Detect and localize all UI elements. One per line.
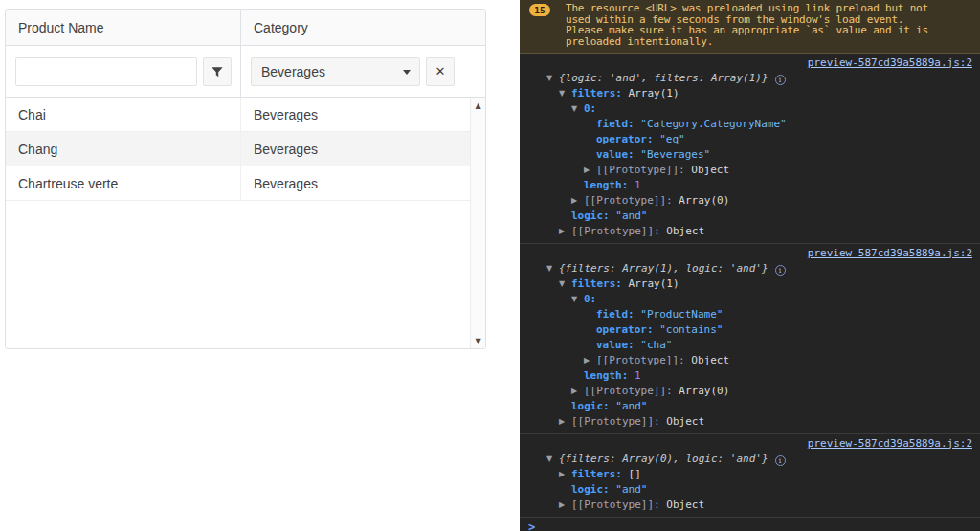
source-line: preview-587cd39a5889a.js:2: [546, 55, 972, 70]
product-cell: Chang: [6, 132, 241, 166]
disclosure-arrow-icon[interactable]: ▼: [559, 277, 571, 292]
disclosure-arrow-icon[interactable]: ▶: [559, 414, 571, 430]
grid-body: ChaiBeveragesChangBeveragesChartreuse ve…: [6, 98, 485, 348]
disclosure-arrow-icon[interactable]: ▶: [571, 384, 584, 399]
filter-funnel-icon: [211, 65, 224, 78]
tree-row: ▶[[Prototype]]: Object: [546, 224, 972, 239]
disclosure-arrow-icon[interactable]: ▼: [546, 261, 559, 277]
tree-row: ▼filters: Array(1): [546, 277, 972, 292]
table-row[interactable]: ChaiBeverages: [6, 98, 470, 132]
chevron-down-icon: [403, 70, 411, 75]
property-key: filters:: [571, 468, 629, 480]
source-line: preview-587cd39a5889a.js:2: [546, 436, 972, 451]
disclosure-arrow-icon[interactable]: ▶: [559, 498, 571, 513]
info-icon[interactable]: i: [775, 265, 786, 276]
property-value: "Category.CategoryName": [640, 118, 786, 130]
product-filter-input[interactable]: [15, 57, 197, 86]
tree-row: operator: "contains": [546, 322, 972, 338]
disclosure-arrow-icon[interactable]: ▶: [584, 353, 596, 368]
prompt-chevron-icon: >: [528, 521, 535, 531]
property-key: length:: [584, 369, 635, 382]
grid-rows: ChaiBeveragesChangBeveragesChartreuse ve…: [6, 98, 470, 201]
product-cell: Chai: [6, 98, 241, 131]
console-prompt: >: [520, 518, 980, 531]
property-key: filters:: [571, 87, 629, 100]
property-value: Array(0): [679, 194, 729, 207]
property-value: "cha": [640, 339, 672, 351]
object-preview-row: ▼{filters: Array(0), logic: 'and'}i: [546, 452, 972, 467]
console-input[interactable]: [543, 521, 971, 531]
disclosure-arrow-icon[interactable]: ▼: [559, 86, 571, 101]
tree-row: ▼0:: [546, 101, 972, 117]
property-value: Object: [691, 354, 729, 366]
product-filter-menu-button[interactable]: [203, 57, 232, 86]
property-key: [[Prototype]]:: [584, 385, 679, 397]
property-value: "and": [615, 483, 647, 496]
property-key: field:: [596, 118, 640, 130]
disclosure-arrow-icon[interactable]: ▼: [546, 452, 559, 467]
disclosure-arrow-icon[interactable]: ▼: [546, 71, 559, 86]
source-link[interactable]: preview-587cd39a5889a.js:2: [808, 247, 972, 259]
console-entries: preview-587cd39a5889a.js:2▼{logic: 'and'…: [520, 54, 980, 518]
disclosure-arrow-icon[interactable]: ▶: [559, 224, 571, 239]
property-key: filters:: [571, 277, 629, 290]
tree-row: ▶[[Prototype]]: Object: [546, 498, 972, 513]
vertical-scrollbar[interactable]: ▲ ▼: [470, 98, 485, 348]
property-key: field:: [596, 308, 640, 321]
property-key: [[Prototype]]:: [584, 194, 679, 207]
disclosure-arrow-icon[interactable]: ▶: [571, 193, 584, 209]
property-value: "Beverages": [640, 148, 710, 161]
source-line: preview-587cd39a5889a.js:2: [546, 246, 972, 260]
column-header-product-name[interactable]: Product Name: [6, 10, 241, 45]
source-link[interactable]: preview-587cd39a5889a.js:2: [808, 437, 972, 450]
property-value: Object: [666, 498, 704, 511]
table-row[interactable]: ChangBeverages: [6, 132, 470, 166]
disclosure-arrow-icon[interactable]: ▼: [571, 101, 584, 117]
tree-row: operator: "eq": [546, 132, 972, 147]
info-icon[interactable]: i: [775, 455, 786, 466]
tree-row: logic: "and": [546, 209, 972, 224]
products-grid: Product Name Category Beverages: [5, 9, 486, 349]
scroll-up-button[interactable]: ▲: [471, 98, 485, 113]
product-filter-cell: [6, 46, 241, 97]
tree-row: ▼filters: Array(1): [546, 86, 972, 101]
clear-category-filter-button[interactable]: ✕: [426, 57, 455, 86]
property-key: [[Prototype]]:: [571, 225, 666, 237]
category-filter-dropdown[interactable]: Beverages: [251, 57, 420, 86]
console-log-entry: preview-587cd39a5889a.js:2▼{filters: Arr…: [520, 434, 980, 518]
property-key: [[Prototype]]:: [571, 498, 666, 511]
property-value: "and": [615, 210, 647, 222]
tree-row: logic: "and": [546, 482, 972, 498]
info-icon[interactable]: i: [775, 75, 786, 85]
property-key: 0:: [584, 293, 596, 305]
property-key: value:: [596, 339, 640, 351]
property-value: "contains": [659, 323, 723, 336]
property-key: logic:: [571, 400, 615, 412]
property-value: 1: [635, 369, 641, 382]
tree-row: ▶[[Prototype]]: Object: [546, 353, 972, 368]
category-cell: Beverages: [241, 98, 470, 131]
property-key: [[Prototype]]:: [571, 415, 666, 428]
category-cell: Beverages: [241, 132, 470, 166]
property-key: logic:: [571, 483, 615, 496]
tree-row: logic: "and": [546, 399, 972, 414]
property-key: [[Prototype]]:: [596, 354, 691, 366]
property-key: [[Prototype]]:: [596, 164, 691, 176]
grid-header: Product Name Category: [6, 10, 485, 46]
source-link[interactable]: preview-587cd39a5889a.js:2: [808, 56, 972, 69]
warning-message: The resource <URL> was preloaded using l…: [566, 3, 928, 48]
property-value: "eq": [659, 133, 685, 145]
tree-row: value: "Beverages": [546, 147, 972, 163]
disclosure-arrow-icon[interactable]: ▶: [584, 163, 596, 178]
category-cell: Beverages: [241, 166, 470, 200]
scroll-down-button[interactable]: ▼: [471, 333, 485, 348]
property-value: Object: [666, 225, 704, 237]
disclosure-arrow-icon[interactable]: ▼: [571, 292, 584, 307]
table-row[interactable]: Chartreuse verteBeverages: [6, 166, 470, 201]
property-value: Array(0): [679, 385, 729, 397]
dropdown-selected-value: Beverages: [261, 64, 325, 79]
disclosure-arrow-icon[interactable]: ▶: [559, 467, 571, 482]
object-preview: {logic: 'and', filters: Array(1)}: [559, 72, 768, 84]
column-header-category[interactable]: Category: [241, 10, 485, 45]
property-value: "and": [615, 400, 647, 412]
